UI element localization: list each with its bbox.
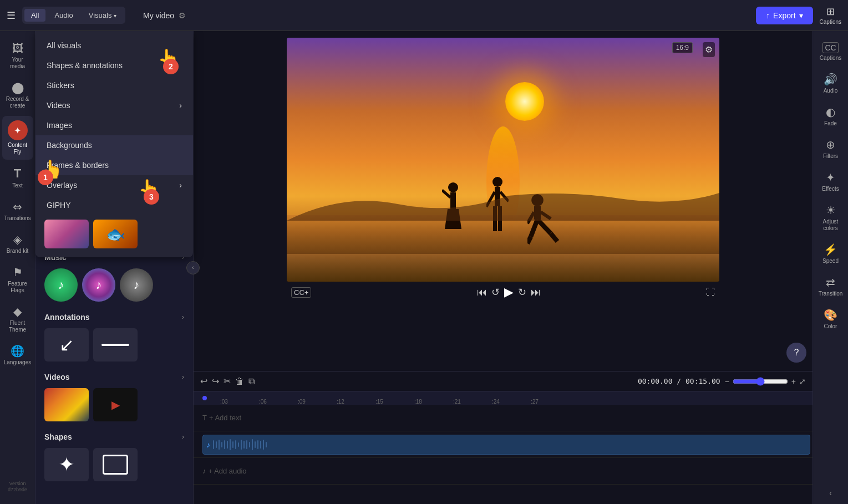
collapse-panel-button[interactable]: ‹: [186, 261, 200, 274]
sidebar-item-feature-flags[interactable]: ⚑ Feature Flags: [2, 261, 33, 298]
redo-button[interactable]: ↪: [212, 376, 219, 386]
tab-audio[interactable]: Audio: [48, 9, 79, 22]
fade-icon: ◐: [826, 105, 835, 119]
dropdown-item-all-visuals[interactable]: All visuals: [35, 35, 193, 55]
video-settings-button[interactable]: ⚙: [703, 42, 715, 57]
skip-to-start-button[interactable]: ⏮: [477, 287, 487, 298]
videos-thumbnails: ▶: [35, 386, 193, 428]
svg-rect-25: [224, 440, 225, 449]
forward-5s-button[interactable]: ↻: [518, 286, 526, 298]
shapes-expand-icon: ›: [182, 433, 184, 441]
captions-button[interactable]: ⊞ Captions: [820, 6, 841, 25]
sidebar-item-transitions[interactable]: ⇔ Transitions: [2, 196, 33, 226]
audio-right-icon: 🔊: [824, 73, 837, 86]
add-text-button[interactable]: T + Add text: [196, 414, 248, 422]
undo-button[interactable]: ↩: [200, 376, 207, 386]
sidebar-item-brand-kit[interactable]: ◈ Brand kit: [2, 228, 33, 259]
right-sidebar-item-audio[interactable]: 🔊 Audio: [815, 68, 846, 99]
color-icon: 🎨: [824, 308, 837, 322]
help-button[interactable]: ?: [786, 343, 806, 363]
brand-kit-label: Brand kit: [7, 248, 28, 254]
dropdown-item-stickers[interactable]: Stickers: [35, 75, 193, 95]
title-settings-icon[interactable]: ⚙: [179, 11, 186, 20]
music-item-3[interactable]: ♪: [120, 268, 153, 302]
annotation-item-line[interactable]: [93, 328, 138, 362]
right-sidebar-item-adjust-colors[interactable]: ☀ Adjust colors: [815, 199, 846, 236]
cut-button[interactable]: ✂: [224, 376, 231, 386]
ruler-tick-5: :15: [375, 399, 383, 405]
videos-expand-icon: ›: [182, 373, 184, 381]
left-sidebar: 🖼 Your media ⬤ Record & create ✦ Content…: [0, 31, 35, 504]
content-panel: All visuals Shapes & annotations Sticker…: [35, 31, 194, 504]
sidebar-item-languages[interactable]: 🌐 Languages: [2, 340, 33, 370]
captions-right-label: Captions: [820, 55, 841, 62]
video-item-2[interactable]: ▶: [93, 388, 138, 421]
content-fly-label: Content Fly: [4, 142, 31, 155]
sidebar-item-text[interactable]: T Text: [2, 162, 33, 194]
videos-section-header[interactable]: Videos ›: [35, 368, 193, 386]
right-sidebar-item-transition[interactable]: ⇄ Transition: [815, 271, 846, 302]
video-item-1[interactable]: [44, 388, 89, 421]
shapes-section-header[interactable]: Shapes ›: [35, 428, 193, 446]
export-button[interactable]: ↑ Export ▾: [756, 7, 813, 24]
shape-item-star[interactable]: ✦: [44, 448, 89, 481]
timeline-ruler: :03 :06 :09 :12 :15 :18 :21 :24 :27: [194, 391, 813, 405]
play-button[interactable]: ▶: [504, 285, 514, 299]
video-clip[interactable]: ♪ // Generate waveform bars inline // SV…: [202, 435, 810, 455]
cc-button[interactable]: CC+: [291, 287, 311, 298]
svg-rect-39: [263, 440, 264, 450]
transitions-icon: ⇔: [13, 200, 22, 213]
skip-to-end-button[interactable]: ⏭: [531, 287, 541, 298]
dropdown-item-shapes-annotations[interactable]: Shapes & annotations: [35, 55, 193, 75]
video-track-row: ♪ // Generate waveform bars inline // SV…: [194, 431, 813, 458]
add-audio-button[interactable]: ♪ + Add audio: [196, 467, 253, 475]
annotations-thumbnails: ↙: [35, 326, 193, 368]
right-sidebar-item-color[interactable]: 🎨 Color: [815, 304, 846, 334]
sidebar-item-content-fly[interactable]: ✦ Content Fly: [2, 116, 33, 160]
music-item-2[interactable]: ♪: [82, 268, 115, 302]
dropdown-item-frames-borders[interactable]: Frames & borders: [35, 155, 193, 175]
annotations-section-header[interactable]: Annotations ›: [35, 308, 193, 326]
right-sidebar-item-effects[interactable]: ✦ Effects: [815, 166, 846, 197]
zoom-slider[interactable]: [733, 377, 788, 386]
text-track-row: T + Add text: [194, 405, 813, 431]
svg-rect-37: [257, 440, 258, 449]
right-sidebar-item-filters[interactable]: ⊕ Filters: [815, 134, 846, 164]
fit-view-button[interactable]: ⤢: [799, 377, 806, 386]
rewind-5s-button[interactable]: ↺: [491, 286, 500, 298]
duplicate-button[interactable]: ⧉: [248, 376, 255, 386]
video-title-area: My video ⚙: [143, 11, 186, 20]
audio-track-row: ♪ + Add audio: [194, 458, 813, 485]
tab-visuals[interactable]: Visuals ▾: [82, 9, 123, 22]
hamburger-button[interactable]: ☰: [7, 9, 16, 22]
right-sidebar-item-captions[interactable]: CC Captions: [815, 38, 846, 66]
shape-item-rect[interactable]: [93, 448, 138, 481]
svg-point-6: [492, 177, 502, 187]
dropdown-item-overlays[interactable]: Overlays ›: [35, 175, 193, 195]
aspect-ratio-button[interactable]: 16:9: [672, 42, 693, 53]
ruler-tick-3: :09: [298, 399, 306, 405]
shapes-thumbnails: ✦: [35, 446, 193, 488]
right-sidebar-item-speed[interactable]: ⚡ Speed: [815, 238, 846, 269]
zoom-in-button[interactable]: +: [791, 377, 796, 386]
delete-button[interactable]: 🗑: [235, 376, 244, 386]
video-controls-bar: CC+ ⏮ ↺ ▶ ↻ ⏭ ⛶: [287, 282, 719, 303]
timeline-tracks: T + Add text ♪ // Generate waveform bars…: [194, 405, 813, 504]
zoom-out-button[interactable]: −: [725, 377, 729, 386]
music-item-1[interactable]: ♪: [44, 268, 78, 302]
annotation-item-arrow[interactable]: ↙: [44, 328, 89, 362]
right-panel-expand-button[interactable]: ‹: [829, 488, 832, 497]
ruler-tick-7: :21: [453, 399, 461, 405]
right-sidebar-item-fade[interactable]: ◐ Fade: [815, 101, 846, 131]
sidebar-item-record-create[interactable]: ⬤ Record & create: [2, 77, 33, 114]
dropdown-item-backgrounds[interactable]: Backgrounds: [35, 135, 193, 155]
dropdown-item-images[interactable]: Images: [35, 115, 193, 135]
tab-all[interactable]: All: [24, 9, 45, 22]
sidebar-item-fluent-theme[interactable]: ◆ Fluent Theme: [2, 301, 33, 338]
fullscreen-button[interactable]: ⛶: [706, 287, 715, 297]
dropdown-item-giphy[interactable]: GIPHY: [35, 195, 193, 215]
timeline-area: ↩ ↪ ✂ 🗑 ⧉ 00:00.00 / 00:15.00 − + ⤢: [194, 371, 813, 504]
dropdown-item-videos[interactable]: Videos ›: [35, 95, 193, 115]
svg-rect-23: [219, 440, 220, 450]
sidebar-item-your-media[interactable]: 🖼 Your media: [2, 38, 33, 74]
